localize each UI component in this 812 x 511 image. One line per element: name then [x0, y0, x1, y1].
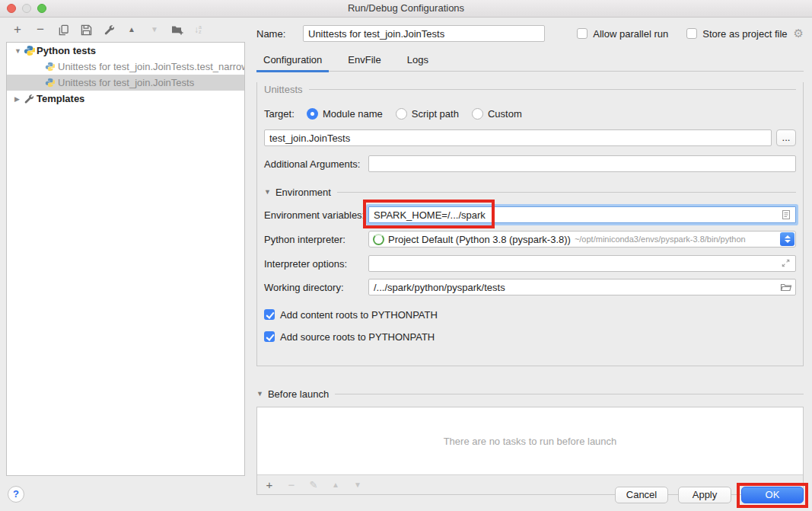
before-launch-empty-text: There are no tasks to run before launch — [257, 407, 803, 474]
allow-parallel-run-label: Allow parallel run — [593, 28, 668, 40]
add-source-roots-label: Add source roots to PYTHONPATH — [280, 331, 435, 343]
chevron-right-icon[interactable]: ▶ — [14, 95, 24, 103]
module-name-input[interactable] — [264, 129, 772, 146]
titlebar: Run/Debug Configurations — [0, 0, 812, 18]
tab-envfile[interactable]: EnvFile — [341, 52, 387, 71]
radio-custom-label: Custom — [488, 108, 522, 120]
name-input[interactable] — [303, 25, 545, 42]
tab-logs[interactable]: Logs — [400, 52, 435, 71]
browse-button[interactable]: ... — [776, 129, 796, 146]
additional-arguments-input[interactable] — [368, 155, 796, 172]
tree-item-unittest-narrow[interactable]: Unittests for test_join.JoinTests.test_n… — [7, 59, 244, 75]
python-interpreter-select[interactable]: Project Default (Python 3.8 (pyspark-3.8… — [368, 231, 796, 248]
tree-item-label: Unittests for test_join.JoinTests.test_n… — [58, 61, 244, 72]
store-as-project-file-checkbox[interactable] — [686, 28, 697, 39]
environment-collapse-icon[interactable]: ▼ — [264, 188, 271, 196]
add-content-roots-label: Add content roots to PYTHONPATH — [280, 309, 438, 321]
new-folder-icon[interactable] — [171, 24, 183, 36]
tab-configuration[interactable]: Configuration — [256, 52, 329, 71]
move-up-icon[interactable]: ▲ — [126, 24, 138, 36]
browse-variables-icon[interactable] — [780, 209, 792, 221]
environment-section-title: Environment — [275, 187, 331, 198]
radio-custom[interactable] — [472, 108, 483, 120]
radio-module-name[interactable] — [307, 108, 318, 120]
tree-item-unittest-jointests[interactable]: Unittests for test_join.JoinTests — [7, 75, 244, 91]
combo-stepper-icon[interactable] — [780, 232, 794, 246]
environment-variables-label: Environment variables: — [264, 209, 368, 221]
configurations-toolbar: + − ▲ ▼ ↓ az — [0, 18, 251, 42]
python-tests-icon — [24, 45, 37, 56]
python-interpreter-label: Python interpreter: — [264, 234, 368, 245]
interpreter-options-label: Interpreter options: — [264, 258, 368, 270]
folder-icon[interactable] — [780, 281, 792, 293]
ok-button[interactable]: OK — [741, 487, 804, 503]
working-directory-input[interactable] — [368, 279, 796, 295]
configuration-panel: Unittests Target: Module name Script pat… — [256, 82, 804, 366]
window-title: Run/Debug Configurations — [0, 0, 812, 17]
python-interpreter-value: Project Default (Python 3.8 (pyspark-3.8… — [388, 234, 571, 245]
interpreter-options-input[interactable] — [368, 255, 796, 272]
allow-parallel-run-checkbox[interactable] — [577, 28, 588, 39]
remove-configuration-icon[interactable]: − — [34, 24, 46, 36]
working-directory-label: Working directory: — [264, 282, 368, 293]
tree-item-templates[interactable]: ▶ Templates — [7, 91, 244, 107]
add-source-roots-checkbox[interactable] — [264, 331, 275, 342]
additional-arguments-label: Additional Arguments: — [264, 158, 368, 170]
python-interpreter-path: ~/opt/miniconda3/envs/pyspark-3.8/bin/py… — [575, 235, 746, 244]
edit-templates-icon[interactable] — [103, 24, 115, 36]
add-content-roots-checkbox[interactable] — [264, 309, 275, 320]
tree-item-label: Templates — [37, 93, 84, 104]
sort-configurations-icon[interactable]: ↓ az — [194, 24, 202, 35]
configuration-editor: Name: Allow parallel run Store as projec… — [256, 17, 804, 495]
copy-configuration-icon[interactable] — [57, 24, 69, 36]
templates-wrench-icon — [24, 94, 37, 104]
tab-bar: Configuration EnvFile Logs — [256, 52, 804, 72]
name-label: Name: — [256, 28, 303, 40]
chevron-down-icon[interactable]: ▼ — [14, 47, 24, 55]
environment-variables-input[interactable] — [368, 206, 796, 223]
cancel-button[interactable]: Cancel — [615, 487, 668, 503]
tree-item-python-tests[interactable]: ▼ Python tests — [7, 43, 244, 59]
before-launch-section-title: Before launch — [268, 388, 329, 400]
add-configuration-icon[interactable]: + — [11, 24, 24, 36]
target-label: Target: — [264, 108, 307, 120]
store-as-project-file-label: Store as project file — [702, 28, 787, 40]
before-launch-collapse-icon[interactable]: ▼ — [256, 390, 263, 398]
move-down-icon[interactable]: ▼ — [148, 24, 161, 36]
python-test-icon — [45, 78, 58, 88]
expand-field-icon[interactable] — [780, 257, 792, 270]
run-debug-configurations-dialog: Run/Debug Configurations + − ▲ ▼ — [0, 0, 812, 511]
tree-item-label: Python tests — [37, 45, 96, 56]
gear-icon[interactable]: ⚙ — [794, 27, 804, 40]
dialog-footer: ? Cancel Apply OK — [0, 480, 812, 511]
configurations-tree: ▼ Python tests Unittests for test_join.J… — [6, 42, 245, 476]
tree-item-label: Unittests for test_join.JoinTests — [58, 77, 194, 88]
apply-button[interactable]: Apply — [678, 487, 731, 503]
conda-env-icon — [373, 234, 384, 245]
save-configuration-icon[interactable] — [80, 24, 92, 36]
unittests-section-title: Unittests — [264, 84, 303, 95]
radio-module-name-label: Module name — [323, 108, 383, 120]
python-test-icon — [45, 62, 58, 72]
radio-script-path-label: Script path — [412, 108, 459, 120]
help-button[interactable]: ? — [8, 486, 24, 503]
radio-script-path[interactable] — [396, 108, 407, 120]
